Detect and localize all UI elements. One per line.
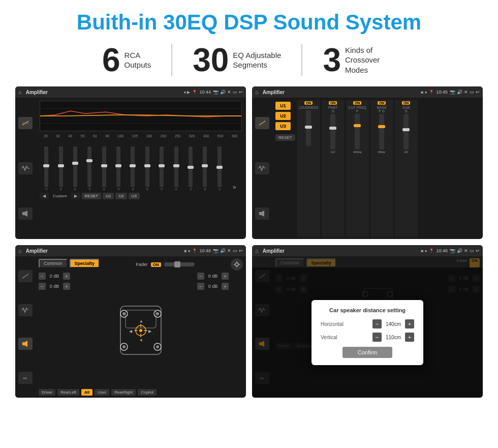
- eq-slider-9[interactable]: 0: [174, 146, 178, 191]
- dialog-window-icon: ▭: [470, 248, 474, 253]
- amp-cutfreq-slider[interactable]: [355, 114, 360, 150]
- amp-sub-on[interactable]: ON: [402, 101, 411, 105]
- cross-close-icon: ✕: [227, 248, 231, 253]
- eq-title: Amplifier: [26, 89, 182, 95]
- eq-slider-4[interactable]: 0: [102, 146, 106, 191]
- eq-slider-7[interactable]: 0: [145, 146, 149, 191]
- eq-slider-5[interactable]: 0: [116, 146, 120, 191]
- freq-63: 63: [93, 134, 97, 138]
- window-icon: ▭: [233, 89, 237, 95]
- close-icon: ✕: [227, 89, 231, 95]
- amp-sidebar-wave-icon[interactable]: [255, 162, 269, 174]
- cross-rearleft-btn[interactable]: RearLeft: [57, 389, 79, 396]
- amp-u3-button[interactable]: U3: [275, 122, 291, 130]
- eq-slider-8[interactable]: 0: [160, 146, 164, 191]
- cross-rearright-btn[interactable]: RearRight: [111, 389, 136, 396]
- cross-fader-row: Fader ON: [136, 262, 195, 267]
- eq-preset-label: Custom: [50, 193, 70, 199]
- freq-50: 50: [81, 134, 85, 138]
- eq-next-button[interactable]: ▶: [71, 193, 80, 199]
- cross-sidebar-eq-icon[interactable]: [18, 270, 33, 282]
- eq-slider-0[interactable]: 0: [44, 146, 48, 191]
- amp-u2-button[interactable]: U2: [275, 112, 291, 120]
- eq-status-bar: ⌂ Amplifier ● ▶ 📍 10:44 📷 🔊 ✕ ▭ ↩: [15, 86, 246, 98]
- cross-left-sidebar: ⇔: [15, 256, 36, 398]
- eq-sidebar-speaker-icon[interactable]: [18, 207, 33, 220]
- cross-db4-plus[interactable]: +: [222, 283, 229, 290]
- stat-cross-number: 3: [323, 44, 341, 76]
- dialog-camera-icon: 📷: [450, 248, 455, 253]
- amp-sub-slider[interactable]: [403, 114, 409, 150]
- eq-slider-1[interactable]: 0: [59, 146, 63, 191]
- amp-loudness-slider[interactable]: [306, 110, 311, 146]
- svg-text:▲: ▲: [139, 319, 143, 323]
- dialog-vertical-minus[interactable]: −: [372, 333, 382, 342]
- eq-slider-2[interactable]: 0: [73, 146, 77, 191]
- cross-tab-common[interactable]: Common: [39, 259, 68, 268]
- eq-main-area: 25 32 40 50 63 80 100 125 160 200 250 32…: [36, 98, 246, 239]
- cross-sidebar-speaker-icon[interactable]: [18, 338, 33, 350]
- eq-u3-button[interactable]: U3: [129, 193, 140, 199]
- freq-320: 320: [189, 134, 195, 138]
- stat-rca: 6 RCAOutputs: [82, 44, 172, 76]
- cross-db2-minus[interactable]: −: [39, 283, 46, 290]
- cross-db4-val: 0 dB: [205, 284, 221, 289]
- eq-slider-6[interactable]: 0: [131, 146, 135, 191]
- cross-driver-btn[interactable]: Driver: [39, 389, 55, 396]
- amp-cutfreq-label: CUT FREQ: [348, 106, 366, 109]
- cross-sidebar-arrows-icon[interactable]: ⇔: [18, 372, 33, 384]
- dialog-vertical-plus[interactable]: +: [405, 333, 414, 342]
- cross-user-btn[interactable]: User: [95, 389, 109, 396]
- amp-bass-slider[interactable]: [379, 114, 384, 150]
- eq-slider-3[interactable]: 5: [87, 146, 91, 191]
- cross-settings-icon[interactable]: [231, 258, 243, 271]
- eq-u2-button[interactable]: U2: [115, 193, 127, 199]
- amp-sidebar-eq-icon[interactable]: [255, 117, 269, 129]
- dialog-horizontal-minus[interactable]: −: [372, 319, 382, 328]
- eq-slider-12[interactable]: -1: [217, 146, 222, 191]
- cross-db4-minus[interactable]: −: [197, 283, 204, 290]
- eq-icons: 📷 🔊 ✕ ▭ ↩: [213, 89, 243, 95]
- dialog-title: Car speaker distance setting: [321, 307, 414, 313]
- cross-db1-plus[interactable]: +: [63, 273, 70, 280]
- stat-eq: 30 EQ AdjustableSegments: [172, 44, 302, 76]
- amp-cutfreq-on[interactable]: ON: [353, 101, 362, 105]
- svg-rect-2: [22, 212, 24, 215]
- cross-copilot-btn[interactable]: Copilot: [138, 389, 157, 396]
- dialog-confirm-button[interactable]: Confirm: [343, 347, 393, 358]
- cross-all-btn[interactable]: All: [81, 389, 92, 396]
- fader-slider[interactable]: [164, 262, 195, 266]
- cross-camera-icon: 📷: [213, 248, 219, 253]
- eq-reset-button[interactable]: RESET: [82, 193, 102, 199]
- stat-eq-text: EQ AdjustableSegments: [233, 50, 281, 70]
- eq-slider-expand[interactable]: »: [232, 184, 237, 191]
- amp-sidebar-speaker-icon[interactable]: [255, 207, 269, 220]
- camera-icon: 📷: [213, 89, 219, 95]
- cross-body: − 0 dB + − 0 dB +: [39, 273, 243, 385]
- eq-slider-10[interactable]: -1: [189, 146, 193, 191]
- cross-db3-plus[interactable]: +: [222, 273, 229, 280]
- cross-tab-specialty[interactable]: Specialty: [70, 259, 100, 268]
- svg-point-26: [122, 345, 126, 348]
- fader-on-badge[interactable]: ON: [151, 262, 161, 267]
- dialog-close-icon: ✕: [464, 248, 468, 253]
- cross-db3-minus[interactable]: −: [197, 273, 204, 280]
- amp-phat-on[interactable]: ON: [329, 101, 337, 105]
- cross-left-controls: − 0 dB + − 0 dB +: [39, 273, 84, 385]
- cross-db2-plus[interactable]: +: [63, 283, 70, 290]
- cross-sidebar-wave-icon[interactable]: [18, 304, 33, 316]
- eq-prev-button[interactable]: ◀: [40, 193, 49, 199]
- cross-db1-minus[interactable]: −: [39, 273, 46, 280]
- amp-left-sidebar: [252, 98, 272, 239]
- eq-sidebar-eq-icon[interactable]: [18, 117, 33, 129]
- amp-u1-button[interactable]: U1: [275, 102, 291, 110]
- amp-bass-on[interactable]: ON: [378, 101, 386, 105]
- dialog-horizontal-plus[interactable]: +: [405, 319, 414, 328]
- amp-reset-button[interactable]: RESET: [275, 134, 295, 141]
- eq-sidebar-wave-icon[interactable]: [18, 162, 33, 174]
- amp-phat-slider[interactable]: [330, 114, 335, 150]
- freq-32: 32: [56, 134, 60, 138]
- eq-u1-button[interactable]: U1: [103, 193, 114, 199]
- eq-slider-11[interactable]: 0: [203, 146, 207, 191]
- amp-loudness-on[interactable]: ON: [304, 101, 313, 105]
